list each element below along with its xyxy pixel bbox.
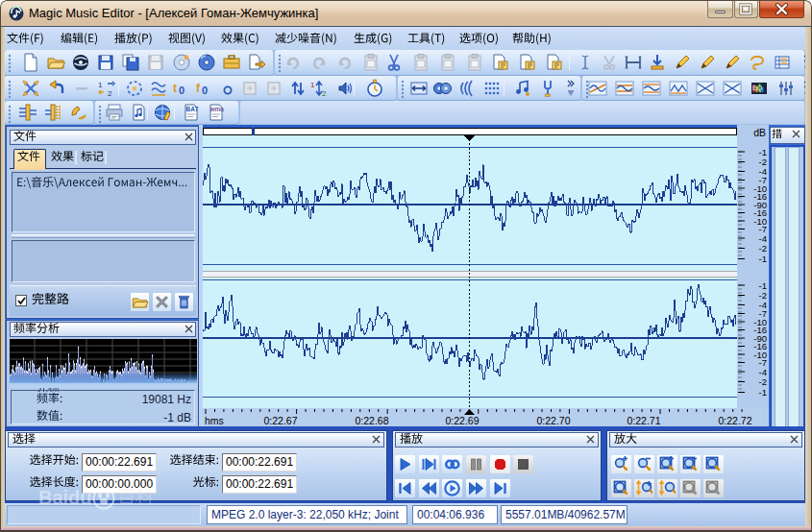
- svg-text:0:22.67: 0:22.67: [263, 415, 297, 426]
- svg-text:BAT: BAT: [186, 106, 199, 112]
- svg-text:-4: -4: [759, 367, 767, 377]
- svg-text:dB: dB: [753, 127, 766, 138]
- svg-text:0: 0: [202, 85, 208, 96]
- svg-text:1: 1: [98, 81, 103, 89]
- svg-text:-1: -1: [759, 254, 767, 264]
- svg-text:-2: -2: [759, 376, 767, 387]
- svg-text:0:22.69: 0:22.69: [445, 415, 479, 426]
- svg-text:0:22.71: 0:22.71: [627, 415, 660, 426]
- svg-text:1: 1: [310, 81, 315, 89]
- svg-text:EQ: EQ: [752, 85, 763, 92]
- svg-text:hms: hms: [205, 415, 224, 426]
- svg-text:2: 2: [322, 89, 327, 98]
- svg-text:0: 0: [179, 85, 185, 96]
- svg-text:wma: wma: [209, 106, 225, 112]
- svg-text:t: t: [173, 82, 177, 95]
- svg-text:-4: -4: [759, 233, 767, 244]
- svg-text:f: f: [196, 82, 201, 95]
- svg-text:-2: -2: [759, 243, 767, 254]
- svg-text:0:22.72: 0:22.72: [718, 415, 751, 426]
- svg-text:-1: -1: [759, 147, 767, 157]
- svg-text:-1: -1: [759, 280, 767, 291]
- svg-text:2: 2: [108, 89, 112, 98]
- svg-text:0:22.68: 0:22.68: [355, 415, 388, 426]
- svg-text:-1: -1: [759, 387, 767, 398]
- svg-text:0:22.70: 0:22.70: [536, 415, 570, 426]
